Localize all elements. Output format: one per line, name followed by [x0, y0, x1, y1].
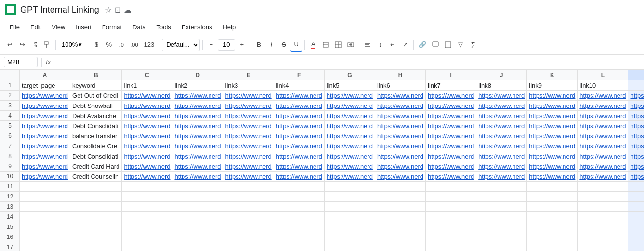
- table-cell[interactable]: [527, 182, 578, 192]
- table-cell[interactable]: [628, 182, 644, 192]
- bold-button[interactable]: B: [253, 38, 264, 52]
- table-cell[interactable]: https://www.nerd: [527, 111, 578, 121]
- table-cell[interactable]: https://www.nerd: [324, 101, 375, 111]
- table-cell[interactable]: https://www.nerd: [20, 172, 70, 182]
- table-cell[interactable]: https://www.nerd: [223, 131, 274, 141]
- table-cell[interactable]: https://www.nerdwallet.com/art: [628, 172, 644, 182]
- table-cell[interactable]: https://www.nerd: [476, 101, 527, 111]
- table-cell[interactable]: link9: [527, 80, 578, 91]
- table-cell[interactable]: https://www.nerd: [476, 141, 527, 151]
- table-cell[interactable]: [20, 232, 70, 242]
- table-cell[interactable]: https://www.nerd: [476, 151, 527, 161]
- table-cell[interactable]: https://www.nerd: [172, 121, 223, 131]
- table-cell[interactable]: https://www.nerd: [324, 91, 375, 101]
- table-cell[interactable]: [578, 242, 628, 251]
- table-cell[interactable]: [426, 212, 476, 222]
- table-cell[interactable]: https://www.nerd: [426, 101, 476, 111]
- star-icon[interactable]: ☆: [105, 5, 112, 14]
- table-cell[interactable]: [122, 232, 172, 242]
- table-cell[interactable]: https://www.nerd: [426, 131, 476, 141]
- text-rotate-button[interactable]: ↗: [399, 38, 411, 52]
- table-cell[interactable]: [426, 182, 476, 192]
- table-cell[interactable]: [426, 192, 476, 202]
- table-cell[interactable]: https://www.nerdwallet.com/art: [628, 151, 644, 161]
- table-cell[interactable]: [324, 232, 375, 242]
- folder-icon[interactable]: ⊡: [115, 5, 121, 14]
- table-cell[interactable]: link2: [172, 80, 223, 91]
- table-cell[interactable]: https://www.nerd: [324, 172, 375, 182]
- table-cell[interactable]: Get Out of Credi: [70, 91, 122, 101]
- table-cell[interactable]: https://www.nerd: [274, 161, 324, 172]
- text-wrap-button[interactable]: ↵: [387, 38, 398, 52]
- table-cell[interactable]: https://www.nerd: [20, 111, 70, 121]
- table-cell[interactable]: https://www.nerdwallet.com/art: [628, 121, 644, 131]
- table-cell[interactable]: link1: [122, 80, 172, 91]
- font-size-decrease[interactable]: −: [205, 38, 217, 52]
- table-cell[interactable]: https://www.nerd: [274, 121, 324, 131]
- table-cell[interactable]: [70, 232, 122, 242]
- table-cell[interactable]: [628, 192, 644, 202]
- borders-button[interactable]: [332, 38, 344, 52]
- table-cell[interactable]: https://www.nerdwallet.com/art: [628, 161, 644, 172]
- table-cell[interactable]: [375, 232, 425, 242]
- col-header-M[interactable]: M: [628, 70, 644, 80]
- font-size-input[interactable]: [218, 39, 235, 51]
- table-cell[interactable]: [628, 242, 644, 251]
- table-cell[interactable]: [172, 202, 223, 212]
- table-cell[interactable]: [324, 212, 375, 222]
- table-cell[interactable]: [122, 222, 172, 232]
- table-cell[interactable]: [70, 182, 122, 192]
- table-cell[interactable]: https://www.nerd: [20, 151, 70, 161]
- text-color-button[interactable]: A: [307, 38, 319, 52]
- table-cell[interactable]: https://www.nerd: [324, 141, 375, 151]
- table-cell[interactable]: link3: [223, 80, 274, 91]
- table-cell[interactable]: [375, 192, 425, 202]
- zoom-selector[interactable]: 100% ▾: [58, 40, 85, 50]
- table-cell[interactable]: [375, 222, 425, 232]
- table-cell[interactable]: https://www.nerd: [223, 161, 274, 172]
- table-cell[interactable]: https://www.nerd: [20, 121, 70, 131]
- table-cell[interactable]: https://www.nerd: [476, 121, 527, 131]
- table-cell[interactable]: [274, 192, 324, 202]
- table-cell[interactable]: [70, 212, 122, 222]
- table-cell[interactable]: link4: [274, 80, 324, 91]
- format-paint-button[interactable]: [41, 38, 53, 52]
- currency-button[interactable]: $: [91, 38, 102, 52]
- table-cell[interactable]: https://www.nerd: [122, 172, 172, 182]
- table-cell[interactable]: [70, 222, 122, 232]
- strikethrough-button[interactable]: S: [278, 38, 289, 52]
- table-cell[interactable]: [426, 242, 476, 251]
- table-cell[interactable]: https://www.nerdwallet.com/art: [628, 141, 644, 151]
- table-cell[interactable]: link7: [426, 80, 476, 91]
- table-cell[interactable]: [324, 202, 375, 212]
- table-cell[interactable]: https://www.nerd: [122, 91, 172, 101]
- table-cell[interactable]: [527, 212, 578, 222]
- table-cell[interactable]: https://www.nerd: [324, 131, 375, 141]
- table-cell[interactable]: Debt Avalanche: [70, 111, 122, 121]
- merge-cells-button[interactable]: [345, 38, 356, 52]
- table-cell[interactable]: https://www.nerd: [324, 121, 375, 131]
- percent-button[interactable]: %: [103, 38, 115, 52]
- menu-tools[interactable]: Tools: [151, 22, 175, 33]
- table-cell[interactable]: Consolidate Cre: [70, 141, 122, 151]
- table-cell[interactable]: [527, 202, 578, 212]
- table-cell[interactable]: https://www.nerd: [527, 101, 578, 111]
- table-cell[interactable]: https://www.nerd: [20, 161, 70, 172]
- table-cell[interactable]: https://www.nerd: [375, 91, 425, 101]
- table-cell[interactable]: [527, 222, 578, 232]
- menu-format[interactable]: Format: [97, 22, 127, 33]
- menu-help[interactable]: Help: [218, 22, 240, 33]
- table-cell[interactable]: https://www.nerd: [426, 172, 476, 182]
- table-cell[interactable]: https://www.nerd: [426, 91, 476, 101]
- col-header-F[interactable]: F: [274, 70, 324, 80]
- table-cell[interactable]: https://www.nerd: [20, 101, 70, 111]
- table-cell[interactable]: [578, 212, 628, 222]
- table-cell[interactable]: [324, 192, 375, 202]
- table-cell[interactable]: [172, 242, 223, 251]
- table-cell[interactable]: [324, 182, 375, 192]
- table-cell[interactable]: link5: [324, 80, 375, 91]
- table-cell[interactable]: https://www.nerd: [223, 151, 274, 161]
- table-cell[interactable]: https://www.nerd: [578, 161, 628, 172]
- table-cell[interactable]: https://www.nerd: [122, 151, 172, 161]
- function-button[interactable]: ∑: [467, 38, 479, 52]
